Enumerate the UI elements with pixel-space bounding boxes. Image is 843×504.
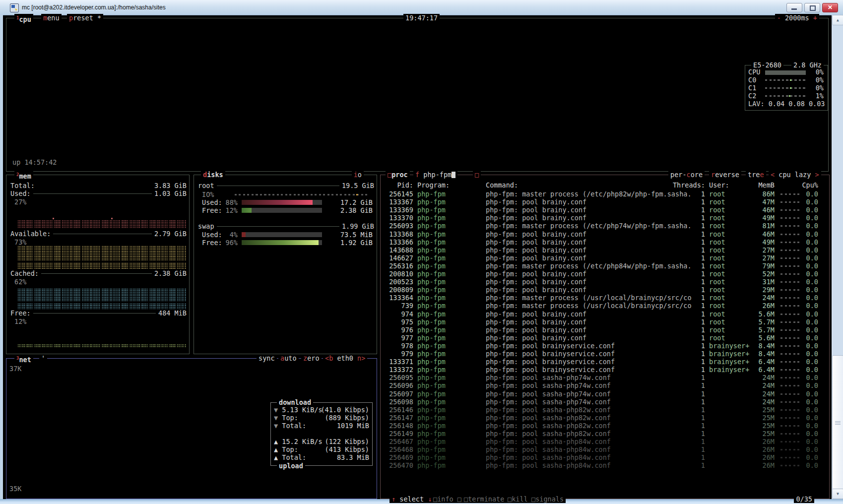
proc-cpu: 0.0 (800, 358, 818, 366)
disk-swap-used-label: Used: (202, 231, 222, 239)
mem-total-row: Total:3.83 GiB (10, 182, 187, 189)
process-row[interactable]: 133368php-fpmphp-fpm: pool brainy.conf1r… (381, 230, 829, 238)
proc-mem: 25M (740, 406, 775, 414)
process-row[interactable]: 133372php-fpmphp-fpm: pool brainyservice… (381, 366, 829, 374)
process-row[interactable]: 256095php-fpmphp-fpm: pool sasha-php74w.… (381, 374, 829, 381)
proc-threads: 1 (672, 438, 705, 445)
tree-toggle[interactable]: tree (746, 171, 766, 179)
maximize-button[interactable] (804, 3, 820, 12)
scroll-up-button[interactable]: ▲ (832, 15, 843, 25)
process-row[interactable]: 133364php-fpmphp-fpm: master process (/u… (381, 294, 829, 302)
col-cpu[interactable]: Cpu% (800, 181, 818, 189)
proc-command: php-fpm: pool brainy.conf (486, 310, 586, 318)
terminate-button[interactable]: □terminate (462, 495, 506, 503)
col-command[interactable]: Command: (486, 181, 518, 189)
process-filter-input[interactable]: f php-fpm (413, 171, 457, 179)
process-row[interactable]: 256467php-fpmphp-fpm: pool sasha-php84w.… (381, 438, 829, 445)
proc-mem: 26M (740, 438, 775, 445)
process-row[interactable]: 256469php-fpmphp-fpm: pool sasha-php84w.… (381, 453, 829, 461)
proc-command: php-fpm: pool sasha-php74w.conf (486, 390, 611, 398)
process-row[interactable]: 200810php-fpmphp-fpm: pool brainy.conf1r… (381, 270, 829, 278)
process-row[interactable]: 256468php-fpmphp-fpm: pool sasha-php84w.… (381, 445, 829, 453)
process-row[interactable]: 739php-fpmphp-fpm: master process (/usr/… (381, 302, 829, 310)
minimize-button[interactable] (786, 3, 802, 12)
process-row[interactable]: 256096php-fpmphp-fpm: pool sasha-php74w.… (381, 381, 829, 389)
mem-box-title[interactable]: 2mem (14, 171, 33, 180)
proc-command: php-fpm: pool brainyservice.conf (486, 358, 615, 366)
process-row[interactable]: 133366php-fpmphp-fpm: pool brainy.conf1r… (381, 238, 829, 246)
reverse-toggle[interactable]: reverse (709, 171, 741, 179)
proc-command: php-fpm: pool sasha-php84w.conf (486, 453, 611, 461)
proc-user: root (709, 270, 725, 278)
proc-cpu-meter (780, 305, 800, 307)
process-row[interactable]: 133371php-fpmphp-fpm: pool brainyservice… (381, 358, 829, 366)
process-row[interactable]: 133367php-fpmphp-fpm: pool brainy.conf1r… (381, 198, 829, 206)
kill-button[interactable]: □kill (506, 495, 530, 503)
close-button[interactable]: ✕ (822, 3, 838, 12)
col-pid[interactable]: Pid: (383, 181, 413, 189)
process-row[interactable]: 256470php-fpmphp-fpm: pool sasha-php84w.… (381, 461, 829, 469)
per-core-toggle[interactable]: per-core (668, 171, 705, 179)
proc-threads: 1 (672, 214, 705, 222)
scrollbar-thumb[interactable] (832, 355, 843, 491)
col-program[interactable]: Program: (417, 181, 450, 189)
proc-box-title[interactable]: □proc (386, 171, 410, 179)
col-threads[interactable]: Threads: (672, 181, 705, 189)
proc-pid: 256147 (383, 414, 413, 422)
process-row[interactable]: 979php-fpmphp-fpm: pool brainyservice.co… (381, 350, 829, 358)
process-row[interactable]: 256145php-fpmphp-fpm: master process (/e… (381, 190, 829, 198)
filter-clear-icon[interactable]: □ (473, 171, 481, 179)
process-row[interactable]: 146627php-fpmphp-fpm: pool brainy.conf1r… (381, 254, 829, 262)
process-row[interactable]: 977php-fpmphp-fpm: pool brainy.conf1root… (381, 334, 829, 342)
process-row[interactable]: 256146php-fpmphp-fpm: pool sasha-php82w.… (381, 406, 829, 414)
window-scrollbar[interactable]: ▲ ▼ (832, 15, 843, 499)
process-row[interactable]: 200523php-fpmphp-fpm: pool brainy.conf1r… (381, 278, 829, 286)
disk-root-free-pct: 12% (222, 206, 238, 214)
process-row[interactable]: 975php-fpmphp-fpm: pool brainy.conf1root… (381, 318, 829, 326)
process-row[interactable]: 256097php-fpmphp-fpm: pool sasha-php74w.… (381, 390, 829, 398)
process-row[interactable]: 133370php-fpmphp-fpm: pool brainy.conf1r… (381, 214, 829, 222)
process-row[interactable]: 256098php-fpmphp-fpm: pool sasha-php74w.… (381, 398, 829, 406)
process-row[interactable]: 976php-fpmphp-fpm: pool brainy.conf1root… (381, 326, 829, 334)
proc-mem: 24M (740, 390, 775, 398)
disks-io-toggle[interactable]: io (352, 171, 364, 179)
proc-threads: 1 (672, 334, 705, 342)
window-titlebar[interactable]: mc [root@a202.itdeveloper.com.ua]:/home/… (0, 0, 843, 15)
proc-program: php-fpm (417, 198, 446, 206)
disk-root-used-value: 17.2 GiB (326, 198, 373, 206)
scroll-down-button[interactable]: ▼ (832, 489, 843, 499)
proc-command: php-fpm: master process (/usr/local/brai… (486, 294, 692, 302)
process-row[interactable]: 200809php-fpmphp-fpm: pool brainy.conf1r… (381, 286, 829, 294)
process-row[interactable]: 256316php-fpmphp-fpm: master process (/e… (381, 262, 829, 270)
process-row[interactable]: 133369php-fpmphp-fpm: pool brainy.conf1r… (381, 206, 829, 214)
select-control[interactable]: ↑ select ↓ (389, 495, 434, 503)
process-row[interactable]: 143688php-fpmphp-fpm: pool brainy.conf1r… (381, 246, 829, 254)
mem-box: 2mem Total:3.83 GiB Used:1.03 GiB 27% Av… (6, 175, 190, 354)
proc-command: php-fpm: pool brainy.conf (486, 238, 586, 246)
process-row[interactable]: 974php-fpmphp-fpm: pool brainy.conf1root… (381, 310, 829, 318)
col-user[interactable]: User: (709, 181, 729, 189)
disks-box-title[interactable]: disks (201, 171, 225, 179)
col-mem[interactable]: MemB (740, 181, 775, 189)
sort-selector[interactable]: < cpu lazy > (769, 171, 821, 179)
upload-title: upload (277, 462, 305, 470)
proc-mem: 27M (740, 246, 775, 254)
proc-mem: 49M (740, 214, 775, 222)
upload-speed-row: ▲ 15.2 KiB/s (274, 438, 323, 445)
proc-cpu-meter (780, 401, 800, 403)
process-row[interactable]: 256149php-fpmphp-fpm: pool sasha-php82w.… (381, 430, 829, 438)
mem-free-graph (17, 344, 186, 348)
process-row[interactable]: 978php-fpmphp-fpm: pool brainyservice.co… (381, 342, 829, 350)
proc-program: php-fpm (417, 398, 446, 406)
process-row[interactable]: 256148php-fpmphp-fpm: pool sasha-php82w.… (381, 422, 829, 430)
signals-button[interactable]: □signals (529, 495, 566, 503)
proc-cpu: 0.0 (800, 262, 818, 270)
process-row[interactable]: 256147php-fpmphp-fpm: pool sasha-php82w.… (381, 414, 829, 422)
process-row[interactable]: 256093php-fpmphp-fpm: master process (/e… (381, 222, 829, 230)
proc-cpu: 0.0 (800, 302, 818, 310)
proc-cpu-meter (780, 265, 800, 267)
info-button[interactable]: □info □ (431, 495, 463, 503)
key-icon: □ (531, 495, 535, 503)
proc-user: root (709, 334, 725, 342)
down-arrow-icon: ▼ (274, 406, 278, 414)
